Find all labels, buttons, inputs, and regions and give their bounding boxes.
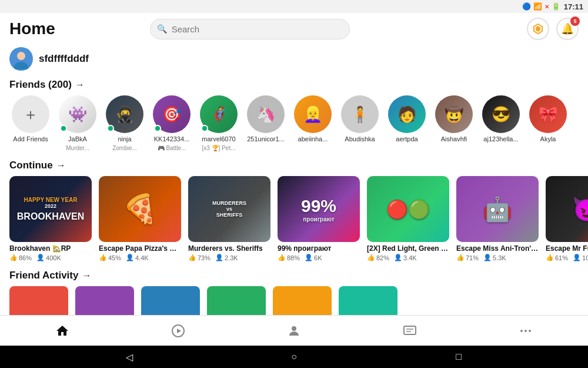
signal-icon: 📶 [533, 2, 542, 11]
chat-icon [403, 324, 417, 338]
friend-item[interactable]: 🧑 aertpda [386, 95, 428, 151]
game-card[interactable]: 🔴🟢 [2X] Red Light, Green Light 👍 82% 👤 3… [367, 176, 449, 261]
friend-avatar-wrap: 👱‍♀️ [294, 95, 332, 133]
friend-item[interactable]: 👾 JaBkA Murder... [56, 95, 99, 151]
svg-point-12 [524, 330, 527, 332]
nav-more[interactable] [508, 317, 543, 345]
friends-row[interactable]: ＋ Add Friends 👾 JaBkA Murder... 🥷 ninja … [0, 93, 588, 156]
android-recents[interactable]: □ [448, 346, 469, 367]
friend-sub: Murder... [66, 145, 89, 151]
game-likes: 👍 82% [367, 254, 389, 261]
more-icon [519, 324, 533, 338]
game-card[interactable]: 99%проиграют 99% проиграют 👍 88% 👤 6K [278, 176, 360, 261]
game-card[interactable]: HAPPY NEW YEAR2022BROOKHAVEN Brookhaven … [9, 176, 92, 261]
avatar[interactable] [9, 47, 33, 71]
android-home[interactable]: ○ [283, 346, 305, 367]
game-card[interactable]: MURDERERSvsSHERIFFS Murderers vs. Sherif… [188, 176, 270, 261]
online-indicator [154, 125, 161, 132]
game-stats: 👍 45% 👤 4.4K [99, 254, 181, 261]
game-thumbnail: MURDERERSvsSHERIFFS [188, 176, 270, 242]
game-thumbnail: 🤖 [456, 176, 539, 242]
friend-activity-item[interactable] [339, 286, 397, 315]
nav-chat[interactable] [392, 317, 427, 345]
game-likes: 👍 61% [546, 254, 568, 261]
friend-item[interactable]: 🧍 Abudishka [339, 95, 381, 151]
nav-avatar[interactable] [276, 317, 312, 345]
game-thumb-inner: 😈 [546, 176, 588, 242]
friend-activity-item[interactable] [273, 286, 332, 315]
svg-marker-6 [177, 329, 181, 333]
svg-point-13 [529, 330, 531, 332]
bluetooth-icon: 🔵 [522, 2, 531, 11]
scroll-area[interactable]: Friends (200) → ＋ Add Friends 👾 JaBkA Mu… [0, 75, 588, 315]
friend-avatar-wrap: 🤠 [435, 95, 473, 133]
add-friends-circle: ＋ [12, 95, 49, 133]
friends-arrow[interactable]: → [75, 79, 85, 90]
add-friends-button[interactable]: ＋ Add Friends [9, 95, 52, 142]
status-time: 17:11 [564, 2, 583, 11]
game-title: Escape Papa Pizza's Pizzeria! [99, 244, 181, 253]
game-thumbnail: 🍕 [99, 176, 181, 242]
game-players: 👤 2.3K [215, 254, 238, 261]
nav-home[interactable] [45, 317, 80, 345]
friend-item[interactable]: 🦄 251unicor1... [245, 95, 287, 151]
search-bar[interactable]: 🔍 [150, 19, 350, 39]
friend-name: KK142334... [154, 135, 190, 142]
continue-arrow[interactable]: → [56, 160, 66, 171]
friend-name: marvel6070 [202, 135, 235, 142]
like-percent: 45% [108, 254, 121, 261]
friend-item[interactable]: 👱‍♀️ abeiinha... [292, 95, 334, 151]
friend-activity-item[interactable] [207, 286, 266, 315]
friend-item[interactable]: 🥷 ninja Zombie... [103, 95, 146, 151]
android-back[interactable]: ◁ [119, 346, 140, 367]
friend-item[interactable]: 🎀 Akyla [527, 95, 569, 151]
friend-avatar-wrap: 🧍 [341, 95, 379, 133]
game-thumb-inner: MURDERERSvsSHERIFFS [188, 176, 270, 242]
game-title: Murderers vs. Sheriffs [188, 244, 270, 253]
friend-activity-item[interactable] [75, 286, 134, 315]
friend-avatar-wrap: 🧑 [388, 95, 426, 133]
bottom-nav [0, 315, 588, 346]
friend-name: 251unicor1... [247, 135, 285, 142]
friend-activity-row[interactable] [0, 284, 588, 315]
friend-avatar-wrap: 👾 [59, 95, 96, 133]
home-icon [55, 324, 69, 338]
friend-name: aertpda [396, 135, 417, 142]
friend-avatar-wrap: 🥷 [106, 95, 143, 133]
friend-activity-item[interactable] [141, 286, 200, 315]
friends-section-header: Friends (200) → [0, 75, 588, 93]
player-count: 6K [314, 254, 322, 261]
nav-discover[interactable] [161, 317, 196, 345]
username: sfdffffdddf [39, 53, 89, 65]
friend-activity-item[interactable] [9, 286, 68, 315]
friend-item[interactable]: 🎯 KK142334... 🎮 Battle... [151, 95, 193, 151]
status-bar: 🔵 📶 ✕ 🔋 17:11 [0, 0, 588, 13]
game-thumbnail: 😈 [546, 176, 588, 242]
friend-avatar: 🧑 [388, 95, 426, 133]
player-count: 3.4K [403, 254, 417, 261]
player-count: 4.4K [135, 254, 149, 261]
players-icon: 👤 [126, 254, 134, 261]
friend-sub: [x3 🏆] Pet... [202, 145, 235, 151]
status-icons: 🔵 📶 ✕ 🔋 [522, 2, 560, 11]
notifications-button[interactable]: 🔔 5 [556, 18, 579, 40]
thumbs-up-icon: 👍 [278, 254, 286, 261]
friend-avatar-wrap: 🎯 [153, 95, 191, 133]
friend-activity-arrow[interactable]: → [82, 270, 91, 281]
game-players: 👤 6K [305, 254, 322, 261]
friend-name: Aishavhfi [441, 135, 467, 142]
friend-item[interactable]: 🤠 Aishavhfi [433, 95, 475, 151]
games-row[interactable]: HAPPY NEW YEAR2022BROOKHAVEN Brookhaven … [0, 174, 588, 266]
game-card[interactable]: 🤖 Escape Miss Ani-Tron's... 👍 71% 👤 5.3K [456, 176, 539, 261]
friend-item[interactable]: 🦸 marvel6070 [x3 🏆] Pet... [198, 95, 240, 151]
friend-item[interactable]: 😎 aj123hella... [480, 95, 522, 151]
header: Home 🔍 🔔 5 [0, 13, 588, 45]
game-players: 👤 3.4K [394, 254, 417, 261]
header-actions: 🔔 5 [527, 18, 579, 40]
game-card[interactable]: 🍕 Escape Papa Pizza's Pizzeria! 👍 45% 👤 … [99, 176, 181, 261]
search-input[interactable] [150, 19, 350, 39]
robux-button[interactable] [527, 18, 549, 40]
game-card[interactable]: 😈 Escape Mr Funny's ToyShop! (SCARY 👍 61… [546, 176, 588, 261]
online-indicator [60, 125, 67, 132]
player-count: 10.6K [582, 254, 588, 261]
